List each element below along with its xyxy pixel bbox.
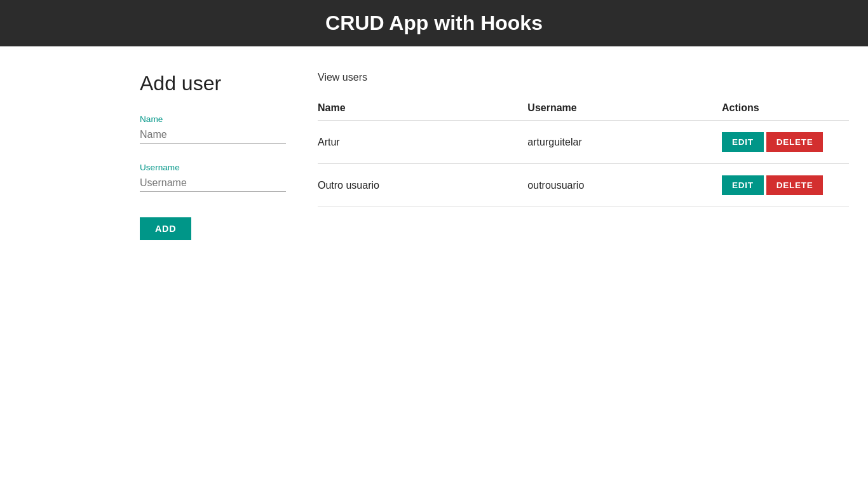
action-buttons: EDITDELETE bbox=[722, 132, 843, 152]
col-username: Username bbox=[527, 96, 722, 121]
user-name: Outro usuario bbox=[318, 164, 527, 207]
table-row: Outro usuariooutrousuarioEDITDELETE bbox=[318, 164, 849, 207]
username-input[interactable] bbox=[140, 175, 286, 192]
col-actions: Actions bbox=[722, 96, 849, 121]
add-user-panel: Add user Name Username ADD bbox=[0, 65, 305, 259]
username-label: Username bbox=[140, 163, 286, 172]
user-username: outrousuario bbox=[527, 164, 722, 207]
username-field-group: Username bbox=[140, 163, 286, 192]
user-name: Artur bbox=[318, 121, 527, 164]
view-users-title: View users bbox=[318, 72, 849, 83]
user-username: arturguitelar bbox=[527, 121, 722, 164]
delete-button[interactable]: DELETE bbox=[766, 175, 824, 195]
name-input[interactable] bbox=[140, 126, 286, 144]
edit-button[interactable]: EDIT bbox=[722, 132, 764, 152]
table-row: ArturarturguitelarEDITDELETE bbox=[318, 121, 849, 164]
delete-button[interactable]: DELETE bbox=[766, 132, 824, 152]
table-header-row: Name Username Actions bbox=[318, 96, 849, 121]
user-actions: EDITDELETE bbox=[722, 121, 849, 164]
edit-button[interactable]: EDIT bbox=[722, 175, 764, 195]
app-title: CRUD App with Hooks bbox=[325, 11, 543, 34]
view-users-panel: View users Name Username Actions Arturar… bbox=[305, 65, 868, 259]
name-field-group: Name bbox=[140, 114, 286, 144]
app-header: CRUD App with Hooks bbox=[0, 0, 868, 46]
user-actions: EDITDELETE bbox=[722, 164, 849, 207]
action-buttons: EDITDELETE bbox=[722, 175, 843, 195]
name-label: Name bbox=[140, 114, 286, 124]
col-name: Name bbox=[318, 96, 527, 121]
add-user-button[interactable]: ADD bbox=[140, 217, 191, 240]
add-user-title: Add user bbox=[140, 72, 286, 95]
users-table: Name Username Actions Arturarturguitelar… bbox=[318, 96, 849, 207]
